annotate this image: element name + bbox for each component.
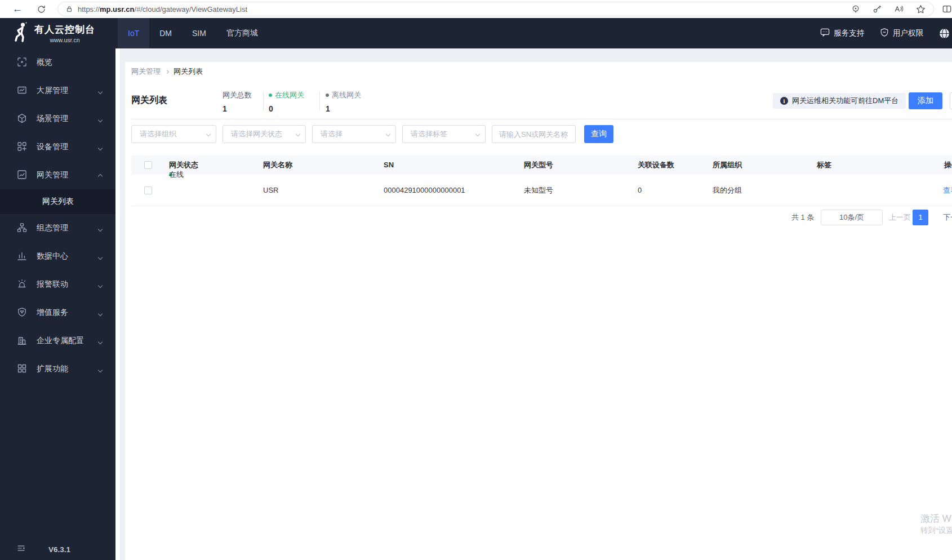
search-button[interactable]: 查询 (584, 125, 613, 143)
bar-chart-icon (17, 251, 27, 263)
url-protocol: https:// (78, 5, 100, 14)
sidebar-item-data-center[interactable]: 数据中心 (0, 242, 115, 270)
breadcrumb-separator-icon (165, 69, 169, 73)
stat-label: 网关总数 (223, 90, 252, 100)
sidebar-label: 大屏管理 (37, 86, 68, 96)
user-permission-label: 用户权限 (893, 28, 923, 38)
sidebar-item-gateway-management[interactable]: 网关管理 (0, 161, 115, 189)
generic-select[interactable]: 请选择 (312, 125, 396, 143)
browser-refresh-icon[interactable] (35, 5, 48, 14)
row-name: USR (263, 175, 278, 206)
lock-icon[interactable] (65, 5, 73, 13)
col-sn: SN (384, 155, 394, 175)
language-globe-icon[interactable] (939, 28, 950, 39)
col-device-count: 关联设备数 (638, 155, 674, 175)
big-screen-icon (17, 85, 27, 97)
chevron-down-icon (386, 132, 390, 136)
sidebar-nav: 概览 大屏管理 场景管理 设备管理 网关管理 网关列表 组态管理 数据中心 报警… (0, 48, 115, 560)
read-aloud-icon[interactable] (894, 5, 904, 14)
gateway-status-select[interactable]: 请选择网关状态 (223, 125, 306, 143)
next-page-button[interactable]: 下一页 (943, 210, 952, 225)
browser-back-icon[interactable]: ← (10, 3, 25, 15)
tab-sim[interactable]: SIM (182, 18, 216, 48)
stat-value: 0 (269, 104, 304, 113)
chat-bubble-icon (820, 28, 830, 39)
sidebar-item-configuration-management[interactable]: 组态管理 (0, 214, 115, 242)
info-banner-text: 网关运维相关功能可前往DM平台 (792, 96, 898, 106)
logo-subtitle: www.usr.cn (34, 37, 95, 43)
favorites-star-icon[interactable] (916, 5, 926, 14)
add-gateway-button[interactable]: 添加 (909, 92, 942, 109)
sidebar-label: 增值服务 (37, 308, 68, 318)
page-size-select[interactable]: 10条/页 (821, 210, 883, 225)
org-select[interactable]: 请选择组织 (131, 125, 216, 143)
sidebar-item-screen-management[interactable]: 大屏管理 (0, 77, 115, 105)
sidebar-label: 设备管理 (37, 142, 68, 152)
chevron-down-icon (296, 132, 300, 136)
sidebar-label: 扩展功能 (37, 364, 68, 374)
content-gutter (115, 48, 120, 560)
location-icon[interactable] (851, 5, 860, 14)
row-view-link[interactable]: 查看 (943, 175, 952, 206)
collapse-sidebar-icon[interactable] (17, 544, 25, 554)
org-select-placeholder: 请选择组织 (140, 129, 176, 139)
windows-activation-watermark-line2: 转到“设置”以激活 Windows。 (920, 526, 952, 536)
status-select-placeholder: 请选择网关状态 (231, 129, 282, 139)
row-checkbox[interactable] (144, 186, 152, 194)
tab-iot[interactable]: IoT (118, 18, 149, 48)
col-gateway-model: 网关型号 (524, 155, 553, 175)
browser-address-bar[interactable]: https://mp.usr.cn/#/cloud/gateway/ViewGa… (57, 2, 934, 16)
sidebar-label: 企业专属配置 (37, 336, 84, 346)
sidebar-item-scene-management[interactable]: 场景管理 (0, 105, 115, 133)
breadcrumb: 网关管理 网关列表 (131, 66, 203, 77)
service-support-button[interactable]: 服务支持 (820, 28, 864, 39)
stat-value: 1 (326, 104, 361, 113)
sidebar-item-alarm-linkage[interactable]: 报警联动 (0, 270, 115, 299)
url-path: /#/cloud/gateway/ViewGatewayList (134, 5, 247, 14)
top-navbar: 有人云控制台 www.usr.cn IoT DM SIM 官方商城 服务支持 用… (0, 18, 952, 48)
chevron-down-icon (206, 132, 211, 136)
app-logo[interactable]: 有人云控制台 www.usr.cn (0, 18, 115, 48)
sn-search-input[interactable] (492, 125, 576, 143)
stat-divider (263, 91, 264, 110)
shield-icon (880, 28, 889, 39)
logo-title: 有人云控制台 (34, 23, 95, 36)
sidebar-item-value-added-services[interactable]: 增值服务 (0, 299, 115, 327)
page-number-1[interactable]: 1 (913, 210, 928, 225)
grid-squares-icon (17, 363, 27, 375)
badge-shield-icon (17, 307, 27, 319)
row-model: 未知型号 (524, 175, 553, 206)
col-actions: 操作 (944, 155, 952, 175)
stat-online-gateways: 在线网关 0 (269, 90, 304, 113)
tab-dm[interactable]: DM (149, 18, 182, 48)
user-permission-button[interactable]: 用户权限 (880, 28, 923, 39)
split-screen-icon[interactable] (942, 5, 952, 14)
sidebar-item-extended-functions[interactable]: 扩展功能 (0, 355, 115, 383)
tab-official-mall[interactable]: 官方商城 (216, 18, 268, 48)
url-text[interactable]: https://mp.usr.cn/#/cloud/gateway/ViewGa… (78, 5, 247, 14)
sidebar-item-gateway-list[interactable]: 网关列表 (0, 189, 115, 214)
sidebar-item-overview[interactable]: 概览 (0, 48, 115, 77)
version-label: V6.3.1 (48, 545, 70, 554)
sidebar-item-device-management[interactable]: 设备管理 (0, 133, 115, 161)
alarm-siren-icon (17, 279, 27, 291)
main-content: 网关管理 网关列表 网关列表 网关总数 1 在线网关 0 离线网关 1 i 网关… (115, 48, 952, 560)
sidebar-label: 报警联动 (37, 279, 68, 290)
select-all-checkbox[interactable] (144, 161, 152, 169)
clipped-edge-button[interactable] (950, 92, 952, 109)
col-tag: 标签 (817, 155, 831, 175)
page-title: 网关列表 (131, 95, 167, 106)
device-grid-icon (17, 141, 27, 153)
table-row: 在线 USR 00004291000000000001 未知型号 0 我的分组 … (131, 175, 952, 206)
sidebar-item-enterprise-config[interactable]: 企业专属配置 (0, 327, 115, 355)
col-gateway-name: 网关名称 (263, 155, 292, 175)
chevron-down-icon (475, 132, 480, 136)
breadcrumb-parent[interactable]: 网关管理 (131, 66, 161, 77)
usr-person-logo-icon (12, 22, 29, 45)
prev-page-button[interactable]: 上一页 (889, 210, 911, 225)
password-key-icon[interactable] (873, 5, 882, 14)
offline-dot-icon (326, 94, 329, 97)
overview-scan-icon (17, 57, 27, 69)
row-device-count: 0 (638, 175, 642, 206)
tag-select[interactable]: 请选择标签 (402, 125, 486, 143)
